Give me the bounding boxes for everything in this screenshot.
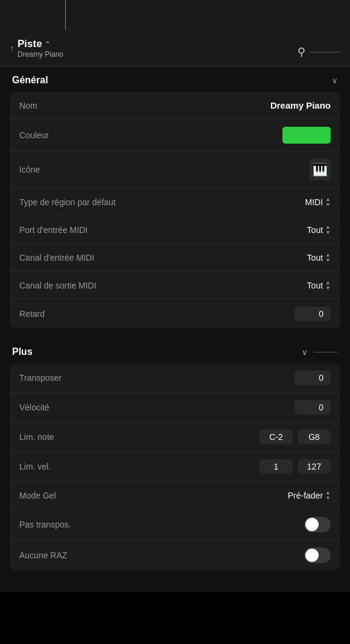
velocite-label: Vélocité (19, 403, 49, 412)
type-region-stepper: ▲ ▼ (325, 197, 331, 208)
lim-vel-label: Lim. vel. (19, 462, 51, 471)
piste-title: Piste ⌃ Dreamy Piano (18, 38, 63, 59)
port-entree-row: Port d'entrée MIDI Tout ▲ ▼ (10, 216, 340, 244)
lim-note-high-value: G8 (308, 432, 320, 442)
mode-gel-value: Pré-fader (288, 491, 323, 500)
canal-entree-label: Canal d'entrée MIDI (19, 253, 94, 263)
canal-sortie-stepper: ▲ ▼ (325, 280, 331, 291)
piste-info: ↑ Piste ⌃ Dreamy Piano (10, 38, 63, 59)
pin-container: ⚲ (298, 45, 340, 59)
general-section: Général ∨ Nom Dreamy Piano Couleur Icône… (0, 66, 350, 328)
pas-transpos-label: Pas transpos. (19, 520, 71, 529)
nom-row: Nom Dreamy Piano (10, 92, 340, 120)
mode-gel-label: Mode Gel (19, 491, 56, 500)
plus-section-content: Transposer 0 Vélocité 0 Lim. note C-2 (10, 363, 340, 570)
lim-note-low-input[interactable]: C-2 (259, 430, 293, 444)
plus-section-header[interactable]: Plus ∨ (0, 338, 350, 363)
port-entree-value: Tout (307, 225, 323, 235)
transposer-label: Transposer (19, 373, 62, 383)
lim-vel-high-input[interactable]: 127 (298, 459, 331, 474)
lim-vel-low-input[interactable]: 1 (259, 459, 293, 474)
retard-value: 0 (319, 309, 323, 319)
icon-image: 🎹 (313, 162, 328, 177)
transposer-input[interactable]: 0 (294, 371, 331, 385)
retard-input[interactable]: 0 (294, 307, 331, 321)
type-region-row: Type de région par défaut MIDI ▲ ▼ (10, 188, 340, 216)
lim-note-inputs: C-2 G8 (259, 430, 331, 444)
canal-entree-row: Canal d'entrée MIDI Tout ▲ ▼ (10, 244, 340, 272)
piste-label: Piste ⌃ (18, 38, 63, 50)
velocite-input[interactable]: 0 (294, 400, 331, 415)
port-entree-label: Port d'entrée MIDI (19, 225, 88, 235)
general-section-title: Général (12, 75, 48, 86)
piste-text: Piste (18, 38, 42, 50)
canal-entree-value-container[interactable]: Tout ▲ ▼ (307, 252, 331, 263)
pas-transpos-row: Pas transpos. (10, 509, 340, 540)
canal-entree-value: Tout (307, 253, 323, 263)
canal-entree-stepper: ▲ ▼ (325, 252, 331, 263)
lim-vel-high-value: 127 (307, 462, 321, 471)
lim-vel-inputs: 1 127 (259, 459, 331, 474)
couleur-row: Couleur (10, 120, 340, 151)
port-entree-stepper: ▲ ▼ (325, 225, 331, 235)
aucune-raz-row: Aucune RAZ (10, 540, 340, 570)
canal-sortie-value-container[interactable]: Tout ▲ ▼ (307, 280, 331, 291)
pas-transpos-toggle[interactable] (304, 517, 331, 532)
up-arrow-icon[interactable]: ↑ (10, 43, 14, 53)
type-region-value: MIDI (305, 197, 323, 207)
mode-gel-stepper: ▲ ▼ (325, 490, 331, 501)
port-entree-value-container[interactable]: Tout ▲ ▼ (307, 225, 331, 235)
aucune-raz-label: Aucune RAZ (19, 550, 67, 560)
lim-note-row: Lim. note C-2 G8 (10, 422, 340, 452)
mode-gel-value-container[interactable]: Pré-fader ▲ ▼ (288, 490, 331, 501)
retard-label: Retard (19, 309, 45, 319)
plus-chevron-icon: ∨ (302, 348, 308, 357)
general-section-header[interactable]: Général ∨ (0, 66, 350, 92)
lim-vel-low-value: 1 (274, 462, 279, 471)
transposer-row: Transposer 0 (10, 363, 340, 393)
lim-note-label: Lim. note (19, 432, 54, 442)
lim-note-high-input[interactable]: G8 (298, 430, 331, 444)
icon-preview[interactable]: 🎹 (309, 159, 331, 180)
icone-label: Icône (19, 165, 40, 174)
top-bar: ↑ Piste ⌃ Dreamy Piano ⚲ (0, 0, 350, 66)
plus-line (314, 352, 338, 352)
aucune-raz-toggle[interactable] (304, 547, 331, 563)
retard-row: Retard 0 (10, 299, 340, 328)
piste-subtitle: Dreamy Piano (18, 50, 63, 59)
track-line-indicator (65, 0, 66, 30)
piste-chevron-icon[interactable]: ⌃ (45, 40, 50, 48)
color-swatch[interactable] (282, 127, 331, 144)
mode-gel-row: Mode Gel Pré-fader ▲ ▼ (10, 482, 340, 509)
couleur-label: Couleur (19, 130, 49, 140)
type-region-label: Type de région par défaut (19, 197, 116, 207)
type-region-value-container[interactable]: MIDI ▲ ▼ (305, 197, 331, 208)
canal-sortie-row: Canal de sortie MIDI Tout ▲ ▼ (10, 272, 340, 299)
lim-vel-row: Lim. vel. 1 127 (10, 452, 340, 482)
canal-sortie-label: Canal de sortie MIDI (19, 281, 97, 290)
lim-note-low-value: C-2 (269, 432, 283, 442)
canal-sortie-value: Tout (307, 281, 323, 290)
pin-line (310, 52, 340, 53)
nom-value[interactable]: Dreamy Piano (270, 100, 331, 110)
velocite-row: Vélocité 0 (10, 393, 340, 422)
general-chevron-icon: ∨ (332, 76, 338, 85)
plus-section: Plus ∨ Transposer 0 Vélocité 0 (0, 338, 350, 570)
plus-section-title: Plus (12, 346, 33, 357)
pin-icon[interactable]: ⚲ (298, 45, 305, 59)
nom-label: Nom (19, 101, 37, 110)
pas-transpos-knob (305, 518, 319, 531)
plus-header-right: ∨ (302, 348, 338, 357)
main-content: Général ∨ Nom Dreamy Piano Couleur Icône… (0, 66, 350, 592)
velocite-value: 0 (319, 403, 323, 412)
transposer-value: 0 (319, 373, 323, 383)
icone-row: Icône 🎹 (10, 151, 340, 188)
general-section-content: Nom Dreamy Piano Couleur Icône 🎹 Type de… (10, 92, 340, 328)
aucune-raz-knob (305, 549, 319, 562)
